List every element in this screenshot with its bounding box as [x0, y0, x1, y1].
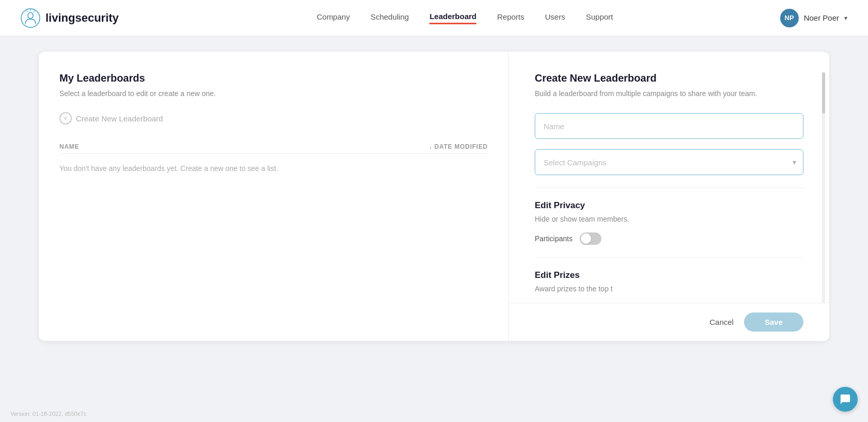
prizes-desc: Award prizes to the top t	[535, 285, 803, 293]
divider-2	[535, 257, 803, 258]
divider-1	[535, 187, 803, 188]
logo-icon	[21, 8, 40, 28]
nav-scheduling[interactable]: Scheduling	[370, 12, 409, 23]
privacy-title: Edit Privacy	[535, 200, 803, 211]
participants-toggle[interactable]	[580, 232, 601, 245]
privacy-section: Edit Privacy Hide or show team members. …	[535, 200, 803, 245]
nav-reports[interactable]: Reports	[497, 12, 524, 23]
avatar: NP	[780, 9, 799, 27]
col-date-header: ↓ DATE MODIFIED	[429, 143, 488, 150]
toggle-knob	[581, 233, 591, 244]
user-name: Noer Poer	[804, 13, 839, 22]
left-panel: My Leaderboards Select a leaderboard to …	[39, 52, 509, 341]
main-content: My Leaderboards Select a leaderboard to …	[0, 36, 868, 356]
nav-support[interactable]: Support	[586, 12, 613, 23]
chevron-down-icon: ▾	[844, 14, 847, 22]
svg-point-1	[28, 12, 33, 19]
user-menu[interactable]: NP Noer Poer ▾	[780, 9, 847, 27]
svg-line-3	[34, 10, 35, 12]
left-panel-title: My Leaderboards	[59, 72, 488, 84]
save-button[interactable]: Save	[744, 312, 803, 332]
col-name-header: NAME	[59, 143, 419, 150]
prizes-section: Edit Prizes Award prizes to the top t	[535, 270, 803, 293]
chat-icon	[840, 394, 851, 405]
logo[interactable]: livingsecurity	[21, 8, 119, 28]
scrollbar-thumb[interactable]	[822, 72, 825, 114]
campaigns-field-group: Select Campaigns ▾	[535, 149, 803, 175]
name-input[interactable]	[535, 113, 803, 139]
nav-company[interactable]: Company	[317, 12, 350, 23]
empty-state-message: You don't have any leaderboards yet. Cre…	[59, 164, 488, 173]
create-new-leaderboard-button[interactable]: + Create New Leaderboard	[59, 112, 488, 124]
prizes-title: Edit Prizes	[535, 270, 803, 280]
right-panel: Create New Leaderboard Build a leaderboa…	[509, 52, 829, 341]
right-panel-subtitle: Build a leaderboard from multiple campai…	[535, 89, 803, 98]
table-header: NAME ↓ DATE MODIFIED	[59, 140, 488, 154]
name-field-group	[535, 113, 803, 139]
main-nav: Company Scheduling Leaderboard Reports U…	[150, 12, 780, 24]
create-new-label: Create New Leaderboard	[76, 114, 163, 123]
logo-text: livingsecurity	[45, 11, 119, 25]
header: livingsecurity Company Scheduling Leader…	[0, 0, 868, 36]
participants-toggle-row: Participants	[535, 232, 803, 245]
cancel-button[interactable]: Cancel	[709, 318, 734, 326]
nav-leaderboard[interactable]: Leaderboard	[429, 12, 476, 24]
sort-arrow: ↓	[429, 143, 432, 150]
scrollbar-track[interactable]	[822, 72, 825, 320]
svg-line-4	[26, 10, 27, 12]
svg-point-0	[21, 9, 40, 27]
action-bar: Cancel Save	[509, 303, 829, 341]
version-text: Version: 01-18-2022, d550e7c	[10, 411, 86, 417]
left-panel-subtitle: Select a leaderboard to edit or create a…	[59, 89, 488, 98]
card: My Leaderboards Select a leaderboard to …	[39, 52, 829, 341]
right-panel-title: Create New Leaderboard	[535, 72, 803, 84]
campaigns-select[interactable]: Select Campaigns	[535, 149, 803, 175]
privacy-desc: Hide or show team members.	[535, 215, 803, 223]
chat-bubble-button[interactable]	[833, 387, 858, 412]
participants-label: Participants	[535, 235, 572, 243]
nav-users[interactable]: Users	[545, 12, 565, 23]
plus-icon: +	[59, 112, 72, 124]
